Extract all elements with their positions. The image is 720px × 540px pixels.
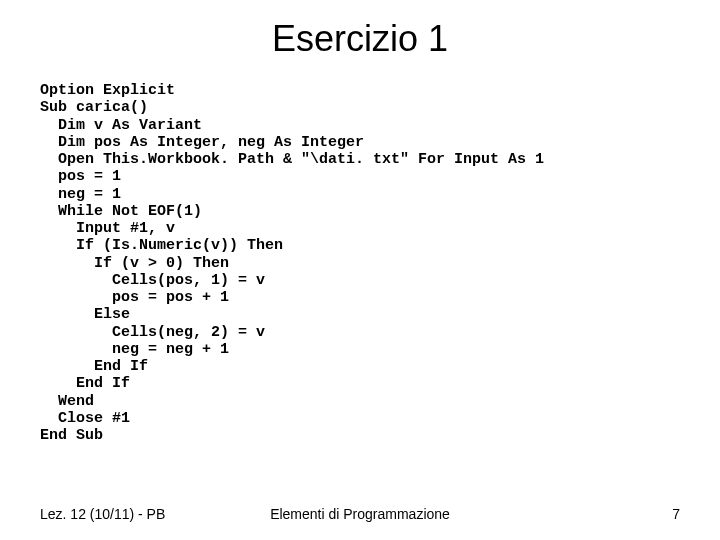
code-block: Option Explicit Sub carica() Dim v As Va…: [40, 82, 720, 444]
footer-page-number: 7: [672, 506, 680, 522]
footer-center: Elementi di Programmazione: [0, 506, 720, 522]
slide-title: Esercizio 1: [0, 0, 720, 60]
slide: Esercizio 1 Option Explicit Sub carica()…: [0, 0, 720, 540]
